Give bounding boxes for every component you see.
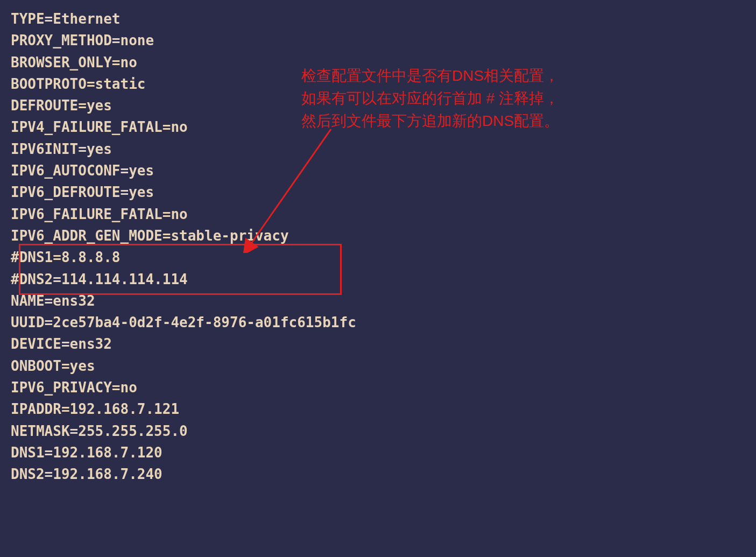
- config-line: IPV6INIT=yes: [11, 138, 745, 160]
- config-line-dns-commented: #DNS2=114.114.114.114: [11, 269, 745, 290]
- annotation-text: 检查配置文件中是否有DNS相关配置， 如果有可以在对应的行首加 # 注释掉， 然…: [301, 65, 559, 132]
- config-line-dns-commented: #DNS1=8.8.8.8: [11, 246, 745, 268]
- config-line: IPV6_AUTOCONF=yes: [11, 160, 745, 181]
- config-line: NETMASK=255.255.255.0: [11, 420, 745, 442]
- config-line: ONBOOT=yes: [11, 355, 745, 377]
- config-line: IPV6_FAILURE_FATAL=no: [11, 203, 745, 225]
- config-line: PROXY_METHOD=none: [11, 30, 745, 51]
- config-line: IPV6_ADDR_GEN_MODE=stable-privacy: [11, 225, 745, 246]
- config-line: DNS1=192.168.7.120: [11, 442, 745, 463]
- config-line: IPV6_PRIVACY=no: [11, 377, 745, 398]
- config-line: DNS2=192.168.7.240: [11, 463, 745, 485]
- terminal-config-editor[interactable]: TYPE=Ethernet PROXY_METHOD=none BROWSER_…: [11, 8, 745, 485]
- config-line: IPV6_DEFROUTE=yes: [11, 181, 745, 203]
- config-line: IPADDR=192.168.7.121: [11, 398, 745, 420]
- config-line: UUID=2ce57ba4-0d2f-4e2f-8976-a01fc615b1f…: [11, 312, 745, 333]
- config-line: DEVICE=ens32: [11, 333, 745, 355]
- config-line: NAME=ens32: [11, 290, 745, 312]
- config-line: TYPE=Ethernet: [11, 8, 745, 30]
